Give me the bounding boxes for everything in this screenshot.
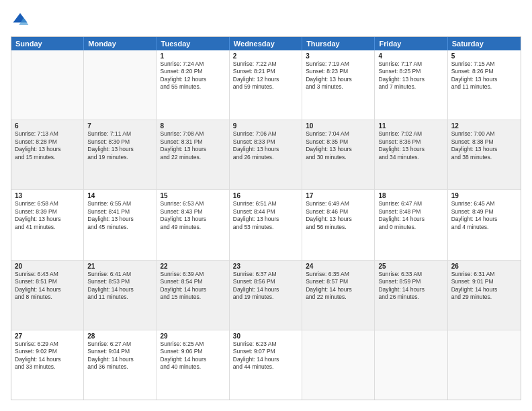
day-info: Sunrise: 7:04 AM Sunset: 8:35 PM Dayligh… — [306, 130, 371, 161]
header-day-sunday: Sunday — [11, 37, 84, 50]
day-info: Sunrise: 6:58 AM Sunset: 8:39 PM Dayligh… — [15, 200, 80, 231]
day-info: Sunrise: 6:33 AM Sunset: 8:59 PM Dayligh… — [378, 271, 443, 302]
day-number: 17 — [306, 192, 371, 199]
header-day-monday: Monday — [84, 37, 157, 50]
day-info: Sunrise: 6:45 AM Sunset: 8:49 PM Dayligh… — [451, 200, 517, 231]
calendar: SundayMondayTuesdayWednesdayThursdayFrid… — [11, 36, 521, 400]
day-number: 16 — [233, 192, 298, 199]
day-info: Sunrise: 7:00 AM Sunset: 8:38 PM Dayligh… — [451, 130, 517, 161]
calendar-row-4: 27Sunrise: 6:29 AM Sunset: 9:02 PM Dayli… — [11, 330, 521, 400]
calendar-cell: 23Sunrise: 6:37 AM Sunset: 8:56 PM Dayli… — [230, 261, 302, 330]
day-info: Sunrise: 7:17 AM Sunset: 8:25 PM Dayligh… — [378, 60, 443, 91]
day-info: Sunrise: 7:08 AM Sunset: 8:31 PM Dayligh… — [161, 130, 226, 161]
day-info: Sunrise: 6:29 AM Sunset: 9:02 PM Dayligh… — [15, 340, 80, 371]
header-day-wednesday: Wednesday — [230, 37, 302, 50]
day-info: Sunrise: 7:13 AM Sunset: 8:28 PM Dayligh… — [15, 130, 80, 161]
calendar-cell — [11, 50, 84, 120]
day-info: Sunrise: 7:22 AM Sunset: 8:21 PM Dayligh… — [233, 60, 298, 91]
day-number: 21 — [87, 263, 152, 270]
calendar-cell: 27Sunrise: 6:29 AM Sunset: 9:02 PM Dayli… — [11, 330, 84, 400]
day-number: 8 — [161, 122, 226, 130]
day-info: Sunrise: 6:47 AM Sunset: 8:48 PM Dayligh… — [378, 200, 443, 231]
day-info: Sunrise: 6:53 AM Sunset: 8:43 PM Dayligh… — [161, 200, 226, 231]
calendar-cell: 26Sunrise: 6:31 AM Sunset: 9:01 PM Dayli… — [448, 261, 521, 330]
calendar-cell — [448, 330, 521, 400]
day-info: Sunrise: 6:43 AM Sunset: 8:51 PM Dayligh… — [15, 271, 80, 302]
calendar-row-3: 20Sunrise: 6:43 AM Sunset: 8:51 PM Dayli… — [11, 260, 521, 330]
day-info: Sunrise: 6:31 AM Sunset: 9:01 PM Dayligh… — [451, 271, 517, 302]
calendar-cell: 14Sunrise: 6:55 AM Sunset: 8:41 PM Dayli… — [84, 190, 157, 259]
calendar-cell: 29Sunrise: 6:25 AM Sunset: 9:06 PM Dayli… — [157, 330, 230, 400]
day-info: Sunrise: 7:02 AM Sunset: 8:36 PM Dayligh… — [378, 130, 443, 161]
day-number: 11 — [378, 122, 443, 130]
calendar-body: 1Sunrise: 7:24 AM Sunset: 8:20 PM Daylig… — [11, 50, 521, 400]
calendar-cell: 10Sunrise: 7:04 AM Sunset: 8:35 PM Dayli… — [302, 120, 375, 189]
day-info: Sunrise: 6:49 AM Sunset: 8:46 PM Dayligh… — [306, 200, 371, 231]
calendar-cell: 12Sunrise: 7:00 AM Sunset: 8:38 PM Dayli… — [448, 120, 521, 189]
page: SundayMondayTuesdayWednesdayThursdayFrid… — [0, 0, 532, 411]
header-day-saturday: Saturday — [448, 37, 521, 50]
calendar-row-2: 13Sunrise: 6:58 AM Sunset: 8:39 PM Dayli… — [11, 189, 521, 259]
calendar-cell: 24Sunrise: 6:35 AM Sunset: 8:57 PM Dayli… — [302, 261, 375, 330]
day-number: 29 — [161, 332, 226, 340]
day-info: Sunrise: 6:55 AM Sunset: 8:41 PM Dayligh… — [87, 200, 152, 231]
day-info: Sunrise: 6:27 AM Sunset: 9:04 PM Dayligh… — [87, 340, 152, 371]
calendar-cell: 2Sunrise: 7:22 AM Sunset: 8:21 PM Daylig… — [230, 50, 302, 120]
day-number: 7 — [87, 122, 152, 130]
day-info: Sunrise: 7:06 AM Sunset: 8:33 PM Dayligh… — [233, 130, 298, 161]
day-number: 4 — [378, 52, 443, 60]
calendar-cell: 13Sunrise: 6:58 AM Sunset: 8:39 PM Dayli… — [11, 190, 84, 259]
calendar-cell: 11Sunrise: 7:02 AM Sunset: 8:36 PM Dayli… — [375, 120, 447, 189]
day-info: Sunrise: 7:15 AM Sunset: 8:26 PM Dayligh… — [451, 60, 517, 91]
day-number: 10 — [306, 122, 371, 130]
day-number: 19 — [451, 192, 517, 199]
calendar-cell: 28Sunrise: 6:27 AM Sunset: 9:04 PM Dayli… — [84, 330, 157, 400]
day-info: Sunrise: 7:24 AM Sunset: 8:20 PM Dayligh… — [161, 60, 226, 91]
day-info: Sunrise: 7:11 AM Sunset: 8:30 PM Dayligh… — [87, 130, 152, 161]
calendar-cell: 25Sunrise: 6:33 AM Sunset: 8:59 PM Dayli… — [375, 261, 447, 330]
calendar-cell: 7Sunrise: 7:11 AM Sunset: 8:30 PM Daylig… — [84, 120, 157, 189]
calendar-cell: 17Sunrise: 6:49 AM Sunset: 8:46 PM Dayli… — [302, 190, 375, 259]
day-number: 6 — [15, 122, 80, 130]
day-number: 15 — [161, 192, 226, 199]
day-number: 3 — [306, 52, 371, 60]
day-info: Sunrise: 6:37 AM Sunset: 8:56 PM Dayligh… — [233, 271, 298, 302]
calendar-cell — [302, 330, 375, 400]
calendar-header: SundayMondayTuesdayWednesdayThursdayFrid… — [11, 37, 521, 50]
day-info: Sunrise: 6:39 AM Sunset: 8:54 PM Dayligh… — [161, 271, 226, 302]
calendar-cell: 21Sunrise: 6:41 AM Sunset: 8:53 PM Dayli… — [84, 261, 157, 330]
day-number: 12 — [451, 122, 517, 130]
day-info: Sunrise: 6:25 AM Sunset: 9:06 PM Dayligh… — [161, 340, 226, 371]
day-number: 14 — [87, 192, 152, 199]
calendar-cell — [375, 330, 447, 400]
calendar-cell: 3Sunrise: 7:19 AM Sunset: 8:23 PM Daylig… — [302, 50, 375, 120]
calendar-row-0: 1Sunrise: 7:24 AM Sunset: 8:20 PM Daylig… — [11, 50, 521, 120]
day-number: 5 — [451, 52, 517, 60]
calendar-cell: 30Sunrise: 6:23 AM Sunset: 9:07 PM Dayli… — [230, 330, 302, 400]
day-number: 22 — [161, 263, 226, 270]
day-number: 13 — [15, 192, 80, 199]
header-day-thursday: Thursday — [302, 37, 375, 50]
calendar-cell: 15Sunrise: 6:53 AM Sunset: 8:43 PM Dayli… — [157, 190, 230, 259]
day-number: 1 — [161, 52, 226, 60]
day-info: Sunrise: 6:41 AM Sunset: 8:53 PM Dayligh… — [87, 271, 152, 302]
calendar-cell: 6Sunrise: 7:13 AM Sunset: 8:28 PM Daylig… — [11, 120, 84, 189]
calendar-row-1: 6Sunrise: 7:13 AM Sunset: 8:28 PM Daylig… — [11, 120, 521, 189]
header — [11, 11, 521, 30]
day-number: 9 — [233, 122, 298, 130]
calendar-cell: 9Sunrise: 7:06 AM Sunset: 8:33 PM Daylig… — [230, 120, 302, 189]
day-info: Sunrise: 7:19 AM Sunset: 8:23 PM Dayligh… — [306, 60, 371, 91]
logo — [11, 11, 32, 30]
day-number: 26 — [451, 263, 517, 270]
calendar-cell: 22Sunrise: 6:39 AM Sunset: 8:54 PM Dayli… — [157, 261, 230, 330]
header-day-friday: Friday — [375, 37, 447, 50]
calendar-cell: 19Sunrise: 6:45 AM Sunset: 8:49 PM Dayli… — [448, 190, 521, 259]
day-info: Sunrise: 6:23 AM Sunset: 9:07 PM Dayligh… — [233, 340, 298, 371]
day-number: 20 — [15, 263, 80, 270]
day-info: Sunrise: 6:35 AM Sunset: 8:57 PM Dayligh… — [306, 271, 371, 302]
calendar-cell: 18Sunrise: 6:47 AM Sunset: 8:48 PM Dayli… — [375, 190, 447, 259]
calendar-cell: 5Sunrise: 7:15 AM Sunset: 8:26 PM Daylig… — [448, 50, 521, 120]
calendar-cell: 1Sunrise: 7:24 AM Sunset: 8:20 PM Daylig… — [157, 50, 230, 120]
day-info: Sunrise: 6:51 AM Sunset: 8:44 PM Dayligh… — [233, 200, 298, 231]
logo-icon — [11, 11, 30, 30]
